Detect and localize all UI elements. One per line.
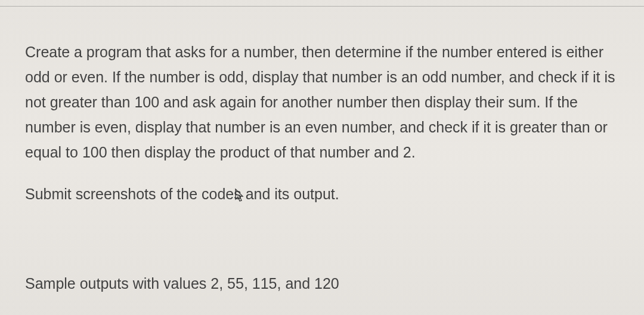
instruction-paragraph: Create a program that asks for a number,… xyxy=(25,39,615,165)
sample-outputs-paragraph: Sample outputs with values 2, 55, 115, a… xyxy=(25,271,615,296)
submission-paragraph: Submit screenshots of the codes and its … xyxy=(25,181,615,206)
document-content: Create a program that asks for a number,… xyxy=(0,7,644,296)
